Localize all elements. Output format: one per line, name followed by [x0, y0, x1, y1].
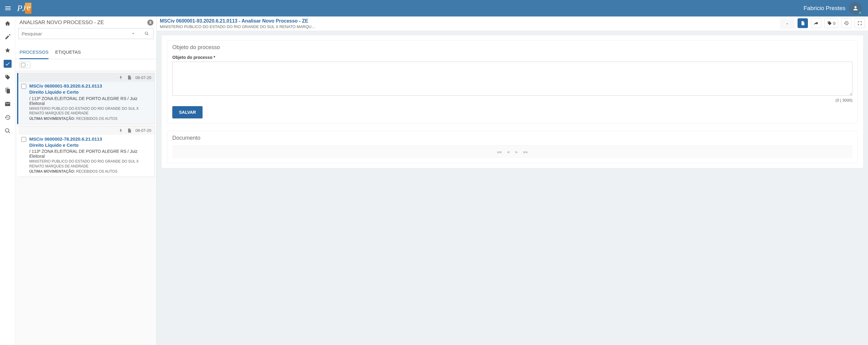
topbar: P J e Fabricio Prestes [0, 0, 868, 17]
logo-letter-p: P [17, 3, 22, 13]
user-name: Fabricio Prestes [804, 5, 845, 11]
app-logo: P J e [17, 3, 31, 14]
online-status-dot [859, 11, 862, 14]
hamburger-menu-icon[interactable] [4, 5, 11, 12]
logo-letter-e: e [25, 3, 31, 14]
user-avatar[interactable] [849, 2, 862, 14]
